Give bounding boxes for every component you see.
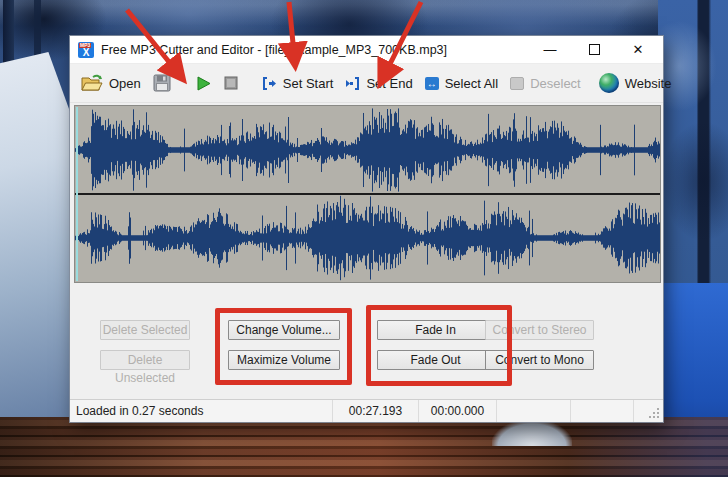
convert-to-stereo-button: Convert to Stereo <box>485 320 594 340</box>
app-window: MP3 X Free MP3 Cutter and Editor - [file… <box>70 36 663 422</box>
deselect-button: Deselect <box>504 73 587 94</box>
fade-in-button[interactable]: Fade In <box>377 320 494 340</box>
maximize-volume-button[interactable]: Maximize Volume <box>228 350 340 370</box>
open-folder-icon <box>81 74 103 92</box>
open-button[interactable]: Open <box>75 71 147 95</box>
total-time: 00:27.193 <box>332 400 418 422</box>
deselect-icon <box>510 77 524 90</box>
play-button[interactable] <box>189 72 218 95</box>
set-end-icon <box>345 77 360 90</box>
window-controls: — ✕ <box>535 39 663 61</box>
trees <box>658 0 728 330</box>
log-cabin <box>0 417 728 477</box>
set-start-button[interactable]: Set Start <box>256 73 340 94</box>
title-bar[interactable]: MP3 X Free MP3 Cutter and Editor - [file… <box>70 36 663 64</box>
maximize-button[interactable] <box>579 39 609 61</box>
resize-grip[interactable] <box>633 400 663 422</box>
save-button[interactable] <box>147 71 177 95</box>
delete-selected-button: Delete Selected <box>100 320 190 340</box>
change-volume-button[interactable]: Change Volume... <box>228 320 340 340</box>
minimize-icon: — <box>544 42 557 57</box>
status-cell-empty <box>496 400 570 422</box>
stop-button[interactable] <box>218 73 244 93</box>
set-start-label: Set Start <box>283 76 334 91</box>
window-title: Free MP3 Cutter and Editor - [file_examp… <box>101 43 447 57</box>
select-all-icon: ↔ <box>425 77 439 90</box>
fade-out-button[interactable]: Fade Out <box>377 350 494 370</box>
toolbar: Open <box>70 64 663 103</box>
globe-icon <box>599 73 619 93</box>
delete-unselected-button: Delete Unselected <box>100 350 190 370</box>
screenshot-stage: MP3 X Free MP3 Cutter and Editor - [file… <box>0 0 728 477</box>
close-button[interactable]: ✕ <box>623 39 653 61</box>
status-message: Loaded in 0.27 seconds <box>70 400 332 422</box>
resize-grip-icon <box>649 408 660 419</box>
deselect-label: Deselect <box>530 76 581 91</box>
save-floppy-icon <box>153 74 171 92</box>
website-label: Website <box>625 76 672 91</box>
waveform-display[interactable] <box>74 105 661 283</box>
close-icon: ✕ <box>633 42 644 57</box>
snow-mound <box>492 420 572 446</box>
select-all-label: Select All <box>445 76 498 91</box>
play-icon <box>195 75 212 92</box>
snow-slope <box>0 52 78 424</box>
status-cell-empty <box>570 400 633 422</box>
set-end-label: Set End <box>366 76 412 91</box>
set-start-icon <box>262 77 277 90</box>
convert-to-mono-button[interactable]: Convert to Mono <box>485 350 594 370</box>
set-end-button[interactable]: Set End <box>339 73 418 94</box>
status-bar: Loaded in 0.27 seconds 00:27.193 00:00.0… <box>70 399 663 422</box>
minimize-button[interactable]: — <box>535 39 565 61</box>
maximize-icon <box>589 44 600 55</box>
current-time: 00:00.000 <box>418 400 496 422</box>
app-icon: MP3 X <box>78 42 94 58</box>
website-button[interactable]: Website <box>593 70 678 96</box>
stop-icon <box>224 76 238 90</box>
select-all-button[interactable]: ↔ Select All <box>419 73 504 94</box>
waveform-canvas[interactable] <box>75 106 660 282</box>
open-label: Open <box>109 76 141 91</box>
